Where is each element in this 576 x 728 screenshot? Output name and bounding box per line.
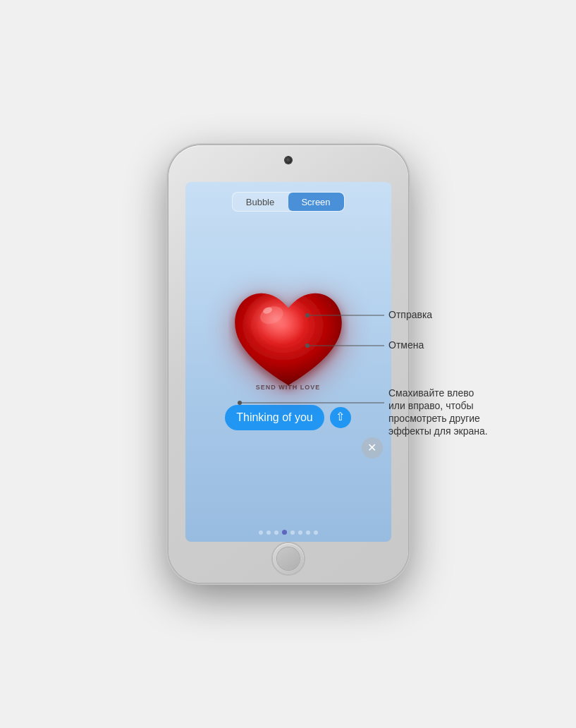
front-camera: [285, 157, 292, 164]
heart-svg: [228, 284, 348, 397]
effect-preview-area: SEND WITH LOVE Thinking of you ⇧ ✕: [185, 212, 391, 530]
dot-8: [314, 530, 318, 535]
send-button[interactable]: ⇧: [330, 407, 351, 428]
dot-3: [274, 530, 278, 535]
send-arrow-icon: ⇧: [336, 411, 345, 423]
send-with-love-label: SEND WITH LOVE: [256, 384, 321, 391]
dot-5: [290, 530, 295, 535]
ipod-device: Bubble Screen: [168, 145, 408, 583]
tab-bubble[interactable]: Bubble: [233, 193, 288, 211]
segment-control[interactable]: Bubble Screen: [232, 192, 345, 212]
cancel-button[interactable]: ✕: [362, 437, 383, 459]
heart-effect: SEND WITH LOVE: [225, 281, 352, 401]
home-button[interactable]: [273, 543, 304, 574]
dot-7: [306, 530, 310, 535]
dot-4-active: [282, 530, 287, 535]
message-bubble-row: Thinking of you ⇧: [218, 405, 358, 430]
dot-2: [266, 530, 271, 535]
messages-screen: Bubble Screen: [185, 182, 391, 542]
home-button-inner: [277, 547, 300, 570]
dot-1: [259, 530, 263, 535]
message-bubble: Thinking of you: [225, 405, 324, 430]
dot-6: [298, 530, 302, 535]
cancel-x-icon: ✕: [367, 442, 376, 454]
page-indicator: [259, 530, 318, 535]
tab-screen[interactable]: Screen: [288, 193, 344, 211]
cancel-area: ✕: [362, 437, 391, 459]
